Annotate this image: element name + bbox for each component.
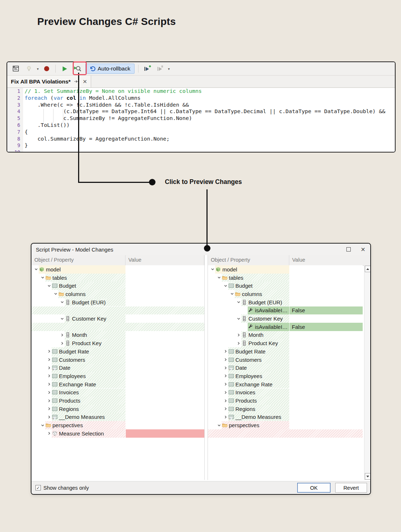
expander-closed-icon[interactable] — [47, 405, 52, 413]
expander-closed-icon[interactable] — [223, 396, 228, 405]
checkbox-label: Show changes only — [43, 485, 89, 491]
tree-row-customers[interactable]: Customers — [208, 356, 363, 364]
tree-row-employees[interactable]: Employees — [31, 372, 204, 380]
tree-row-customers[interactable]: Customers — [31, 356, 204, 364]
tree-row-isavailablein[interactable]: isAvailableIn...False — [208, 323, 363, 331]
scroll-down-icon[interactable] — [365, 473, 371, 480]
expander-closed-icon[interactable] — [47, 396, 52, 405]
tree-row-date[interactable]: fxDate — [208, 364, 363, 372]
expander-closed-icon[interactable] — [47, 429, 52, 438]
revert-button[interactable]: Revert — [335, 483, 367, 493]
tree-row-model[interactable]: model — [208, 265, 363, 274]
tree-row-budget[interactable]: Budget — [31, 282, 204, 290]
dropdown-caret-icon[interactable]: ▾ — [168, 67, 170, 71]
tree-row-perspectives[interactable]: perspectives — [31, 421, 204, 429]
tree-row-month[interactable]: Month — [208, 331, 363, 339]
expander-closed-icon[interactable] — [223, 372, 228, 380]
tree-row-exchange-rate[interactable]: Exchange Rate — [208, 380, 363, 389]
record-icon[interactable] — [42, 64, 52, 74]
tree-row-perspectives[interactable]: perspectives — [208, 421, 363, 429]
expander-closed-icon[interactable] — [47, 356, 52, 364]
tree-row-employees[interactable]: Employees — [208, 372, 363, 380]
tree-row-product-key[interactable]: Product Key — [31, 339, 204, 347]
tree-row-budget-rate[interactable]: Budget Rate — [31, 347, 204, 356]
expander-open-icon[interactable] — [60, 298, 65, 306]
lightbulb-icon[interactable] — [24, 64, 34, 74]
expander-open-icon[interactable] — [47, 282, 52, 290]
expander-closed-icon[interactable] — [47, 389, 52, 397]
tree-row-measure-selection[interactable]: Measure Selection — [31, 429, 204, 438]
tree-row-tables[interactable]: tables — [31, 274, 204, 282]
tree-row-columns[interactable]: columns — [208, 290, 363, 298]
step-run-add-icon[interactable] — [142, 64, 152, 74]
tree-row-isavailablein[interactable]: isAvailableIn...False — [208, 306, 363, 315]
tree-row-budget-eur[interactable]: Budget (EUR) — [208, 298, 363, 306]
close-icon[interactable]: ✕ — [356, 244, 370, 255]
maximize-icon[interactable] — [341, 244, 356, 255]
tree-row-invoices[interactable]: Invoices — [208, 389, 363, 397]
expander-closed-icon[interactable] — [47, 347, 52, 356]
expander-open-icon[interactable] — [40, 421, 45, 429]
expander-closed-icon[interactable] — [223, 389, 228, 397]
table-icon — [52, 382, 57, 387]
expander-closed-icon[interactable] — [223, 405, 228, 413]
tree-row-products[interactable]: Products — [31, 396, 204, 405]
tree-row-budget-eur[interactable]: Budget (EUR) — [31, 298, 204, 306]
tree-row-regions[interactable]: Regions — [208, 405, 363, 413]
tree-row-tables[interactable]: tables — [208, 274, 363, 282]
expander-closed-icon[interactable] — [223, 356, 228, 364]
expander-closed-icon[interactable] — [47, 413, 52, 421]
tree-row-month[interactable]: Month — [31, 331, 204, 339]
expander-closed-icon[interactable] — [236, 331, 241, 339]
expander-closed-icon[interactable] — [236, 339, 241, 347]
tree-row-columns[interactable]: columns — [31, 290, 204, 298]
tree-row-products[interactable]: Products — [208, 396, 363, 405]
tree-row-invoices[interactable]: Invoices — [31, 389, 204, 397]
tree-row-regions[interactable]: Regions — [31, 405, 204, 413]
tree-row-exchange-rate[interactable]: Exchange Rate — [31, 380, 204, 389]
expander-closed-icon[interactable] — [60, 331, 65, 339]
expander-closed-icon[interactable] — [223, 413, 228, 421]
tree-row-budget[interactable]: Budget — [208, 282, 363, 290]
expander-open-icon[interactable] — [217, 421, 222, 429]
close-icon[interactable]: ✕ — [82, 78, 87, 85]
expander-open-icon[interactable] — [236, 314, 241, 323]
scroll-up-icon[interactable] — [365, 266, 371, 272]
auto-rollback-button[interactable]: Auto-rollback — [85, 64, 134, 74]
tree-row-model[interactable]: model — [31, 265, 204, 274]
expander-closed-icon[interactable] — [223, 347, 228, 356]
tree-row-product-key[interactable]: Product Key — [208, 339, 363, 347]
tree-row-customer-key[interactable]: Customer Key — [208, 314, 363, 323]
expander-open-icon[interactable] — [210, 265, 215, 274]
tree-row-customer-key[interactable]: Customer Key — [31, 314, 204, 323]
script-document-icon[interactable] — [11, 64, 21, 74]
expander-open-icon[interactable] — [217, 274, 222, 282]
expander-open-icon[interactable] — [60, 314, 65, 323]
expander-open-icon[interactable] — [236, 298, 241, 306]
expander-open-icon[interactable] — [230, 290, 235, 298]
expander-closed-icon[interactable] — [47, 364, 52, 372]
tree-row-demo-measures[interactable]: fx__Demo Measures — [208, 413, 363, 421]
tree-row-demo-measures[interactable]: fx__Demo Measures — [31, 413, 204, 421]
tree-row-budget-rate[interactable]: Budget Rate — [208, 347, 363, 356]
step-run-icon[interactable] — [155, 64, 165, 74]
expander-closed-icon[interactable] — [223, 364, 228, 372]
dropdown-caret-icon[interactable]: ▾ — [37, 67, 39, 71]
tree-row-date[interactable]: fxDate — [31, 364, 204, 372]
expander-closed-icon[interactable] — [47, 380, 52, 389]
expander-closed-icon[interactable] — [223, 380, 228, 389]
ok-button[interactable]: OK — [297, 483, 330, 493]
auto-rollback-label: Auto-rollback — [98, 65, 130, 72]
expander-open-icon[interactable] — [223, 282, 228, 290]
undo-icon — [89, 66, 95, 72]
expander-closed-icon[interactable] — [47, 372, 52, 380]
expander-open-icon[interactable] — [53, 290, 58, 298]
expander-open-icon[interactable] — [34, 265, 39, 274]
vertical-scrollbar[interactable] — [364, 265, 370, 480]
expander-closed-icon[interactable] — [60, 339, 65, 347]
table-icon — [228, 373, 234, 379]
checkbox-check-icon[interactable]: ✓ — [35, 485, 41, 490]
code-editor[interactable]: 1// 1. Set SummarizeBy = None on visible… — [7, 88, 395, 152]
expander-open-icon[interactable] — [40, 274, 45, 282]
run-icon[interactable] — [59, 64, 69, 74]
